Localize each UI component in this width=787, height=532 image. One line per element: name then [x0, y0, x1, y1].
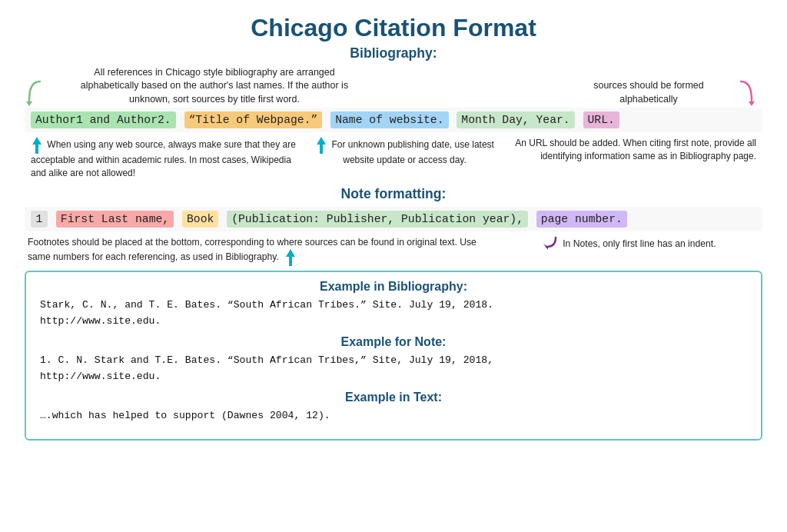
ex-bib-title: Example in Bibliography:	[40, 280, 747, 294]
svg-marker-0	[26, 101, 32, 106]
example-section: Example in Bibliography: Stark, C. N., a…	[25, 271, 762, 441]
cite-page: page number.	[536, 211, 627, 228]
svg-rect-3	[35, 145, 38, 154]
bib-bottom-annot-row: When using any web source, always make s…	[25, 137, 762, 180]
bib-note-mid-text: For unknown publishing date, use latest …	[331, 140, 493, 166]
cite-date: Month Day, Year.	[457, 111, 574, 128]
cite-website: Name of website.	[330, 111, 448, 128]
bib-note-left-text: When using any web source, always make s…	[31, 140, 296, 179]
ex-bib-text: Stark, C. N., and T. E. Bates. “South Af…	[40, 297, 747, 329]
svg-marker-2	[32, 137, 42, 145]
bib-right-note: sources should be formed alphabetically	[579, 79, 718, 106]
cite-pub: (Publication: Publisher, Publication yea…	[227, 211, 528, 228]
ex-note-title: Example for Note:	[40, 335, 747, 349]
page: Chicago Citation Format Bibliography: Al…	[0, 0, 787, 454]
ex-text-title: Example in Text:	[40, 391, 747, 404]
bib-left-note-wrap: All references in Chicago style bibliogr…	[25, 66, 357, 106]
svg-marker-6	[286, 249, 295, 257]
bib-note-right-text: An URL should be added. When citing firs…	[515, 138, 756, 161]
bib-note-right: An URL should be added. When citing firs…	[508, 137, 762, 163]
cite-num: 1	[31, 211, 48, 228]
page-title: Chicago Citation Format	[25, 14, 762, 42]
bib-note-mid: For unknown publishing date, use latest …	[301, 137, 508, 167]
ex-note-text: 1. C. N. Stark and T.E. Bates. “South Af…	[40, 352, 747, 384]
bib-top-notes-row: All references in Chicago style bibliogr…	[25, 66, 762, 106]
arrow-up-note-icon	[284, 249, 297, 266]
citation-row-note: 1 First Last name, Book (Publication: Pu…	[25, 207, 762, 231]
svg-marker-4	[317, 137, 326, 145]
note-note-right: In Notes, only first line has an indent.	[495, 236, 762, 253]
bib-left-note: All references in Chicago style bibliogr…	[72, 66, 357, 106]
cite-name: First Last name,	[56, 211, 174, 228]
cite-url: URL.	[583, 111, 619, 128]
note-note-left-text: Footnotes should be placed at the bottom…	[28, 237, 477, 262]
note-bottom-annot-row: Footnotes should be placed at the bottom…	[25, 236, 762, 266]
citation-row-bib: Author1 and Author2. “Title of Webpage.”…	[25, 108, 762, 132]
note-note-right-text: In Notes, only first line has an indent.	[563, 238, 716, 249]
arrow-up-mid-icon	[315, 137, 327, 154]
svg-marker-8	[543, 244, 548, 250]
arrow-indent-icon	[542, 236, 559, 253]
bib-note-left: When using any web source, always make s…	[25, 137, 301, 180]
arrow-right-icon	[735, 78, 756, 106]
svg-marker-1	[749, 101, 755, 106]
arrow-up-left-icon	[31, 137, 43, 154]
cite-title: “Title of Webpage.”	[184, 111, 323, 128]
bib-right-note-wrap: sources should be formed alphabetically	[579, 78, 756, 106]
ex-text-text: ….which has helped to support (Dawnes 20…	[40, 407, 747, 424]
cite-book: Book	[182, 211, 218, 228]
cite-author: Author1 and Author2.	[31, 111, 176, 128]
note-note-left: Footnotes should be placed at the bottom…	[25, 236, 495, 266]
bib-section-title: Bibliography:	[25, 45, 762, 62]
svg-rect-5	[320, 145, 323, 154]
note-section-title: Note formatting:	[25, 186, 762, 202]
arrow-left-icon	[25, 78, 46, 106]
svg-rect-7	[289, 257, 292, 266]
